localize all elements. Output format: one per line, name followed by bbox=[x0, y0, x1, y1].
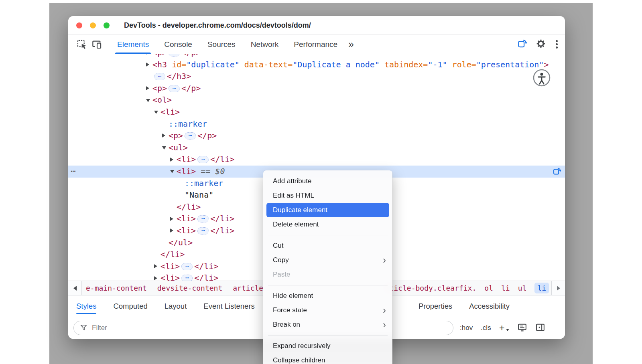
sidebar-tab-label: Styles bbox=[76, 302, 96, 311]
menu-item-collapse-children[interactable]: Collapse children bbox=[263, 353, 392, 364]
dom-tree-row[interactable]: <li>⋯</li> bbox=[68, 154, 565, 166]
row-actions-icon[interactable]: ⋯ bbox=[71, 166, 76, 178]
zoom-window-button[interactable] bbox=[104, 22, 110, 28]
dom-tree-row[interactable]: <ul> bbox=[68, 142, 565, 154]
collapsed-content-icon[interactable]: ⋯ bbox=[181, 263, 193, 270]
menu-item-force-state[interactable]: Force state› bbox=[263, 303, 392, 317]
window-titlebar: DevTools - developer.chrome.com/docs/dev… bbox=[68, 16, 565, 35]
menu-item-delete-element[interactable]: Delete element bbox=[263, 217, 392, 232]
menu-item-cut[interactable]: Cut bbox=[263, 239, 392, 253]
dom-tree-row[interactable]: <h3 id="duplicate" data-text="Duplicate … bbox=[68, 59, 565, 71]
close-window-button[interactable] bbox=[76, 22, 82, 28]
tab-elements[interactable]: Elements bbox=[110, 35, 156, 54]
collapse-arrow-icon[interactable] bbox=[170, 170, 174, 173]
token-attr: data-text= bbox=[240, 60, 293, 69]
breadcrumb-item[interactable]: rticle-body.clearfix. bbox=[385, 284, 477, 292]
collapsed-content-icon[interactable]: ⋯ bbox=[154, 73, 165, 80]
inspect-icon[interactable] bbox=[74, 35, 89, 54]
dom-tree-row[interactable]: <p>⋯</p> bbox=[68, 83, 565, 95]
collapse-arrow-icon[interactable] bbox=[154, 111, 158, 114]
dom-tree-row[interactable]: <li> bbox=[68, 106, 565, 118]
menu-item-paste[interactable]: Paste bbox=[263, 267, 392, 282]
token-tag: <li> bbox=[160, 261, 180, 271]
expand-arrow-icon[interactable] bbox=[170, 158, 173, 162]
collapsed-content-icon[interactable]: ⋯ bbox=[181, 275, 193, 281]
expand-arrow-icon[interactable] bbox=[146, 63, 149, 67]
toggle-sidebar-icon[interactable] bbox=[535, 322, 545, 334]
sidebar-tab-properties[interactable]: Properties bbox=[419, 295, 452, 317]
expand-arrow-icon[interactable] bbox=[146, 86, 149, 90]
token-tag: </li> bbox=[210, 154, 234, 164]
tab-network[interactable]: Network bbox=[243, 35, 286, 54]
breadcrumb-item[interactable]: devsite-content bbox=[157, 284, 223, 292]
desktop-background: DevTools - developer.chrome.com/docs/dev… bbox=[0, 0, 642, 364]
breadcrumb-item[interactable]: ul bbox=[518, 284, 527, 292]
sidebar-tab-label: Computed bbox=[113, 302, 147, 311]
dom-tree-row[interactable]: ⋯</h3> bbox=[68, 71, 565, 83]
collapsed-content-icon[interactable]: ⋯ bbox=[197, 215, 209, 222]
token-tag: > bbox=[544, 60, 549, 69]
token-attr: tabindex= bbox=[380, 60, 428, 69]
token-tag: </li> bbox=[210, 226, 234, 235]
collapsed-content-icon[interactable]: ⋯ bbox=[169, 54, 180, 57]
sidebar-tab-styles[interactable]: Styles bbox=[76, 295, 96, 317]
breadcrumb-item[interactable]: li bbox=[501, 284, 510, 292]
collapse-arrow-icon[interactable] bbox=[162, 146, 166, 150]
expand-arrow-icon[interactable] bbox=[146, 54, 149, 55]
collapsed-content-icon[interactable]: ⋯ bbox=[169, 85, 180, 92]
sync-badge-icon[interactable] bbox=[517, 38, 528, 51]
sidebar-tab-layout[interactable]: Layout bbox=[165, 295, 187, 317]
new-style-rule-button[interactable]: + bbox=[499, 324, 509, 332]
collapsed-content-icon[interactable]: ⋯ bbox=[197, 156, 209, 163]
token-tag: <ul> bbox=[169, 143, 188, 152]
element-sync-badge-icon[interactable] bbox=[553, 167, 562, 176]
token-tag: <li> bbox=[177, 226, 196, 235]
token-tag: <li> bbox=[177, 166, 196, 176]
sidebar-tab-accessibility[interactable]: Accessibility bbox=[469, 295, 510, 317]
breadcrumb-item[interactable]: ol bbox=[484, 284, 493, 292]
expand-arrow-icon[interactable] bbox=[154, 276, 157, 280]
collapsed-content-icon[interactable]: ⋯ bbox=[185, 132, 196, 140]
menu-item-hide-element[interactable]: Hide element bbox=[263, 289, 392, 303]
sidebar-tab-computed[interactable]: Computed bbox=[113, 295, 147, 317]
device-toolbar-icon[interactable] bbox=[89, 35, 104, 54]
settings-gear-icon[interactable] bbox=[536, 38, 546, 51]
menu-item-add-attribute[interactable]: Add attribute bbox=[263, 174, 392, 188]
menu-item-expand-recursively[interactable]: Expand recursively bbox=[263, 339, 392, 353]
breadcrumb-item[interactable]: article bbox=[233, 284, 263, 292]
dom-tree-row[interactable]: <p>⋯</p> bbox=[68, 130, 565, 142]
breadcrumb-item[interactable]: e-main-content bbox=[86, 284, 147, 292]
styles-toolbar-controls: :hov .cls + bbox=[460, 322, 545, 334]
minimize-window-button[interactable] bbox=[90, 22, 96, 28]
menu-item-edit-as-html[interactable]: Edit as HTML bbox=[263, 188, 392, 203]
kebab-menu-icon[interactable] bbox=[554, 38, 559, 50]
expand-arrow-icon[interactable] bbox=[170, 217, 173, 221]
element-classes-button[interactable]: .cls bbox=[481, 324, 491, 332]
expand-arrow-icon[interactable] bbox=[162, 133, 165, 138]
expand-arrow-icon[interactable] bbox=[170, 229, 173, 233]
expand-arrow-icon[interactable] bbox=[154, 264, 157, 268]
sidebar-tab-event-listeners[interactable]: Event Listeners bbox=[203, 295, 255, 317]
dom-tree-row[interactable]: ::marker bbox=[68, 118, 565, 130]
breadcrumb-scroll-left-button[interactable] bbox=[68, 281, 82, 295]
token-tag: <ol> bbox=[152, 95, 172, 105]
tab-performance[interactable]: Performance bbox=[286, 35, 345, 54]
token-tag: </p> bbox=[181, 83, 201, 93]
toggle-element-state-button[interactable]: :hov bbox=[460, 324, 473, 332]
token-tag: <li> bbox=[177, 214, 196, 223]
tab-console[interactable]: Console bbox=[156, 35, 200, 54]
tab-sources[interactable]: Sources bbox=[200, 35, 243, 54]
dom-tree-row[interactable]: <p>⋯</p> bbox=[68, 54, 565, 59]
collapse-arrow-icon[interactable] bbox=[146, 99, 150, 102]
token-val: "presentation" bbox=[476, 60, 544, 69]
more-tabs-icon[interactable]: » bbox=[348, 39, 354, 49]
menu-item-copy[interactable]: Copy› bbox=[263, 253, 392, 267]
dom-tree-row[interactable]: <ol> bbox=[68, 94, 565, 106]
rendering-display-icon[interactable] bbox=[517, 322, 527, 334]
breadcrumb-scroll-right-button[interactable] bbox=[551, 281, 565, 295]
menu-item-duplicate-element[interactable]: Duplicate element bbox=[266, 203, 389, 217]
menu-item-break-on[interactable]: Break on› bbox=[263, 317, 392, 332]
breadcrumb-item-selected[interactable]: li bbox=[534, 283, 549, 293]
collapsed-content-icon[interactable]: ⋯ bbox=[197, 227, 209, 235]
accessibility-widget-button[interactable] bbox=[533, 69, 551, 87]
